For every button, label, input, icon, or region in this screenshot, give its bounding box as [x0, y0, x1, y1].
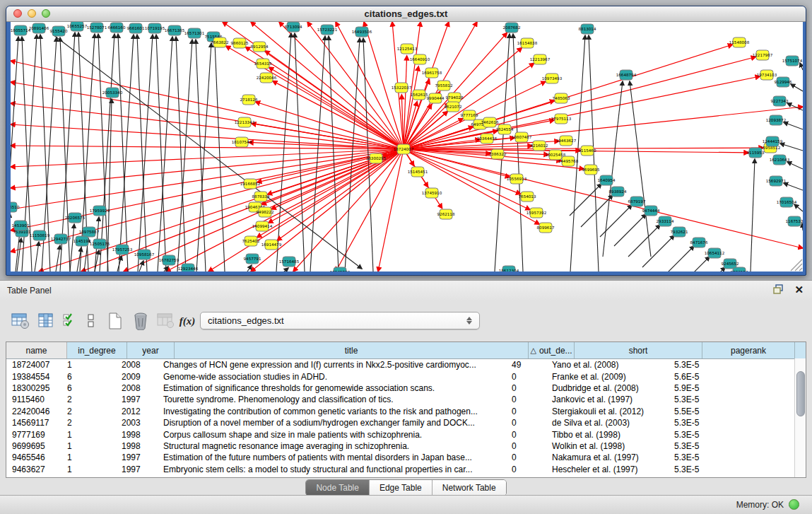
graph-node[interactable]: 1654315 [254, 59, 272, 69]
graph-node[interactable]: 15322037 [392, 83, 412, 93]
tab-node-table[interactable]: Node Table [306, 480, 370, 496]
function-builder-icon[interactable]: f(x) [177, 310, 198, 332]
graph-node[interactable]: 1640954 [598, 175, 616, 185]
graph-node[interactable]: 8813014 [579, 24, 596, 34]
table-row[interactable]: 1830029562008Estimation of significance … [6, 382, 806, 394]
graph-node[interactable]: 9794028 [446, 93, 464, 103]
graph-node[interactable]: 16782759 [159, 255, 180, 265]
graph-node[interactable]: 9129946 [775, 77, 792, 87]
column-visibility-icon[interactable] [35, 310, 57, 332]
graph-node[interactable]: 15723221 [317, 25, 338, 35]
graph-node[interactable]: 16648794 [616, 70, 637, 80]
graph-node[interactable]: 9990444 [427, 93, 445, 103]
graph-node[interactable]: 9893104 [731, 267, 748, 271]
graph-node[interactable]: 12213343 [235, 117, 255, 127]
graph-node[interactable]: 8912954 [251, 42, 269, 52]
column-header-name[interactable]: name [6, 342, 67, 358]
graph-node[interactable]: 2087682 [503, 23, 521, 33]
graph-node[interactable]: 8713094 [285, 22, 302, 32]
graph-node[interactable]: 12923446 [178, 264, 199, 271]
graph-node[interactable]: 15145451 [408, 167, 428, 177]
window-titlebar[interactable]: citations_edges.txt [6, 6, 806, 22]
graph-node[interactable]: 18612304 [499, 266, 519, 271]
table-row[interactable]: 1456911722003Disruption of a novel membe… [6, 417, 806, 428]
table-row[interactable]: 946554611997Estimation of the future num… [6, 452, 806, 463]
table-select-dropdown[interactable]: citations_edges.txt [200, 312, 480, 329]
graph-node[interactable]: 9155420 [50, 26, 68, 36]
network-canvas[interactable]: 1805571420891406915542010655257152780716… [11, 22, 803, 271]
graph-node[interactable]: 9860125 [231, 38, 249, 48]
graph-node[interactable]: 16154838 [517, 38, 538, 48]
vertical-scrollbar[interactable] [794, 358, 806, 477]
zoom-button[interactable] [42, 9, 50, 18]
graph-node[interactable]: 20364436 [477, 134, 498, 144]
select-all-rows-icon[interactable] [59, 310, 81, 332]
graph-node[interactable]: 16210643 [770, 155, 790, 165]
graph-node[interactable]: 7955812 [435, 81, 453, 90]
graph-node[interactable]: 9115460 [579, 146, 596, 156]
graph-node[interactable]: 7462616 [481, 117, 499, 127]
graph-node[interactable]: 9699695 [582, 165, 600, 175]
node-table[interactable]: namein_degreeyeartitle△out_de...shortpag… [6, 341, 806, 478]
graph-node[interactable]: 12213967 [530, 54, 551, 64]
graph-node[interactable]: 9115953 [747, 148, 765, 158]
tab-edge-table[interactable]: Edge Table [370, 480, 433, 496]
graph-node[interactable]: 3824554 [496, 124, 514, 134]
graph-node[interactable]: 2933114 [657, 216, 674, 226]
graph-node[interactable]: 7485063 [553, 93, 570, 103]
graph-node[interactable]: 19734103 [757, 70, 777, 80]
column-header-title[interactable]: title [175, 342, 529, 358]
graph-node[interactable]: 9474444 [642, 206, 660, 216]
graph-node[interactable]: 10654112 [705, 248, 724, 258]
delete-column-icon[interactable] [130, 310, 151, 332]
table-row[interactable]: 911546021997Tourette syndrome. Phenomeno… [6, 394, 806, 405]
graph-node[interactable]: 1562615 [411, 90, 428, 100]
graph-node[interactable]: 15278071 [87, 23, 107, 33]
graph-node[interactable]: 10958167 [134, 250, 155, 259]
close-button[interactable] [13, 9, 22, 18]
scrollbar-thumb[interactable] [796, 371, 805, 416]
graph-node[interactable]: 9227343 [771, 96, 789, 106]
graph-node[interactable]: 10719195 [145, 23, 165, 33]
graph-node[interactable]: 17959929 [90, 206, 110, 216]
graph-node[interactable]: 6879197 [628, 197, 646, 206]
graph-node[interactable]: 18945022 [330, 267, 350, 271]
graph-node[interactable]: 11548008 [729, 37, 750, 47]
graph-node[interactable]: 7386322 [489, 149, 507, 159]
graph-node[interactable]: 16571301 [184, 28, 205, 38]
graph-node[interactable]: 7663822 [211, 37, 229, 47]
tab-network-table[interactable]: Network Table [433, 480, 506, 496]
create-column-icon[interactable] [105, 310, 126, 332]
table-mode-icon[interactable] [10, 310, 31, 332]
table-row[interactable]: 977716911998Corpus callosum shape and si… [6, 428, 806, 440]
float-panel-icon[interactable] [773, 284, 784, 295]
network-graph[interactable]: 1805571420891406915542010655257152780716… [11, 22, 803, 271]
graph-node[interactable]: 18055714 [11, 25, 31, 35]
graph-node[interactable]: 16671385 [165, 25, 185, 35]
column-header-short[interactable]: short [575, 342, 702, 358]
minimize-button[interactable] [28, 9, 36, 18]
graph-node[interactable]: 1453901 [12, 221, 30, 230]
graph-node[interactable]: 9621072 [445, 102, 462, 112]
graph-node[interactable]: 16914479 [261, 240, 282, 250]
graph-node[interactable]: 12093872 [766, 115, 786, 125]
graph-node[interactable]: 6216012 [531, 141, 548, 151]
table-row[interactable]: 1872400712008Changes of HCN gene express… [6, 359, 806, 370]
graph-node[interactable]: 8938924 [609, 187, 627, 197]
graph-node[interactable]: 17016504 [777, 197, 797, 207]
column-header-in-degree[interactable]: in_degree [67, 342, 127, 358]
row-height-icon[interactable] [81, 310, 102, 332]
graph-node[interactable]: 7654013 [519, 192, 536, 201]
graph-node[interactable]: 13745910 [422, 188, 442, 198]
graph-node[interactable]: 8099617 [537, 223, 555, 233]
graph-node[interactable]: 7625402 [242, 236, 260, 246]
graph-node[interactable]: 19463627 [556, 136, 577, 146]
graph-node[interactable]: 20891406 [29, 23, 49, 33]
graph-node[interactable]: 16640910 [410, 54, 430, 64]
column-header-year[interactable]: year [127, 342, 175, 358]
graph-node[interactable]: 1806510 [11, 202, 20, 212]
graph-node[interactable]: 10655257 [67, 22, 88, 31]
graph-node[interactable]: 8878334 [252, 192, 270, 201]
graph-node[interactable]: 9777169 [461, 110, 478, 120]
graph-node[interactable]: 15692971 [766, 176, 787, 186]
